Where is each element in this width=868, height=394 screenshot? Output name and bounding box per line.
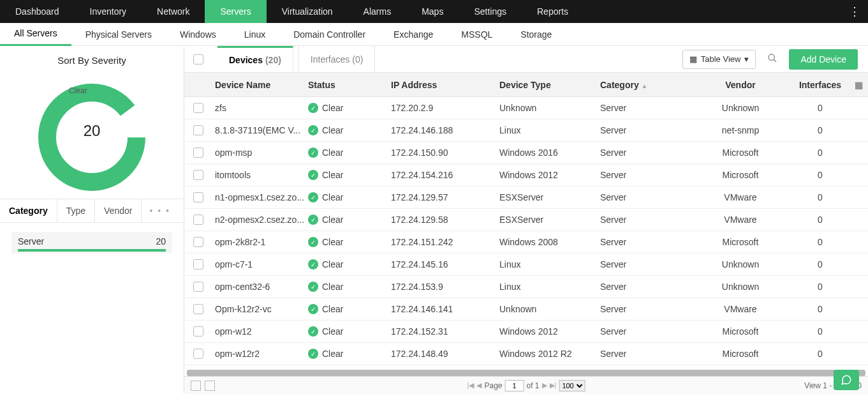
cell-category: Server [600, 259, 689, 269]
cell-category: Server [600, 192, 689, 202]
table-row[interactable]: Opm-k12r2-vc✓Clear172.24.146.141UnknownS… [184, 298, 868, 321]
filter-tab-category[interactable]: Category [0, 199, 57, 222]
cell-interfaces: 0 [791, 237, 849, 247]
row-checkbox[interactable] [193, 349, 203, 359]
status-ok-icon: ✓ [308, 349, 318, 359]
more-filters-icon[interactable]: • • • [142, 206, 177, 216]
cell-status: ✓Clear [308, 170, 391, 180]
th-type[interactable]: Device Type [499, 80, 600, 90]
cell-interfaces: 0 [791, 349, 849, 359]
th-category[interactable]: Category ▲ [600, 80, 689, 90]
first-page-icon[interactable]: |◀ [467, 381, 474, 390]
nav-dashboard[interactable]: Dashboard [0, 0, 75, 23]
subnav-domain-controller[interactable]: Domain Controller [279, 23, 379, 46]
filter-tab-type[interactable]: Type [57, 199, 95, 222]
row-checkbox[interactable] [193, 192, 203, 202]
table-row[interactable]: opm-w12✓Clear172.24.152.31Windows 2012Se… [184, 321, 868, 343]
table-row[interactable]: opm-c7-1✓Clear172.24.145.16LinuxServerUn… [184, 254, 868, 276]
search-icon[interactable] [761, 53, 784, 66]
subnav-exchange[interactable]: Exchange [379, 23, 447, 46]
row-checkbox[interactable] [193, 148, 203, 158]
cell-ip: 172.24.145.16 [391, 259, 499, 269]
subnav-mssql[interactable]: MSSQL [447, 23, 506, 46]
page-number-input[interactable] [505, 380, 524, 391]
table-row[interactable]: opm-2k8r2-1✓Clear172.24.151.242Windows 2… [184, 231, 868, 254]
cell-vendor: net-snmp [689, 125, 791, 135]
add-device-button[interactable]: Add Device [789, 49, 858, 70]
cell-ip: 172.20.2.9 [391, 103, 499, 113]
cell-status: ✓Clear [308, 215, 391, 225]
row-checkbox[interactable] [193, 237, 203, 247]
cell-vendor: Microsoft [689, 237, 791, 247]
filter-tab-vendor[interactable]: Vendor [95, 199, 142, 222]
th-vendor[interactable]: Vendor [689, 80, 791, 90]
nav-inventory[interactable]: Inventory [75, 0, 142, 23]
category-row[interactable]: Server20 [11, 232, 172, 254]
row-checkbox[interactable] [193, 103, 203, 113]
cell-category: Server [600, 304, 689, 314]
cell-type: Windows 2008 [499, 237, 600, 247]
nav-servers[interactable]: Servers [205, 0, 266, 23]
table-footer: |◀ ◀ Page of 1 ▶ ▶| 100 View 1 - 20 of 2… [184, 376, 868, 394]
prev-page-icon[interactable]: ◀ [476, 381, 482, 390]
of-label: of 1 [527, 381, 540, 390]
cell-interfaces: 0 [791, 304, 849, 314]
th-ip[interactable]: IP Address [391, 80, 499, 90]
category-label: Server [18, 236, 44, 246]
subnav-physical-servers[interactable]: Physical Servers [71, 23, 166, 46]
table-row[interactable]: n2-opmesx2.csez.zo...✓Clear172.24.129.58… [184, 209, 868, 231]
table-row[interactable]: opm-w12r2✓Clear172.24.148.49Windows 2012… [184, 343, 868, 365]
cell-type: ESXServer [499, 215, 600, 225]
nav-virtualization[interactable]: Virtualization [267, 0, 348, 23]
tab-interfaces[interactable]: Interfaces (0) [298, 46, 376, 73]
table-view-selector[interactable]: ▦ Table View ▾ [682, 50, 756, 69]
page-size-select[interactable]: 100 [559, 380, 585, 391]
row-checkbox[interactable] [193, 215, 203, 225]
tab-devices[interactable]: Devices (20) [217, 46, 293, 73]
row-checkbox[interactable] [193, 282, 203, 292]
chat-icon[interactable] [834, 370, 859, 390]
next-page-icon[interactable]: ▶ [542, 381, 547, 390]
nav-reports[interactable]: Reports [522, 0, 584, 23]
th-device-name[interactable]: Device Name [212, 80, 308, 90]
last-page-icon[interactable]: ▶| [550, 381, 557, 390]
table-row[interactable]: n1-opmesx1.csez.zo...✓Clear172.24.129.57… [184, 186, 868, 209]
table-row[interactable]: opm-msp✓Clear172.24.150.90Windows 2016Se… [184, 142, 868, 164]
kebab-menu-icon[interactable]: ⋮ [841, 0, 868, 23]
cell-type: Linux [499, 259, 600, 269]
export-icon[interactable] [191, 381, 201, 391]
subnav-linux[interactable]: Linux [230, 23, 279, 46]
columns-icon[interactable] [205, 381, 215, 391]
row-checkbox[interactable] [193, 170, 203, 180]
nav-alarms[interactable]: Alarms [348, 0, 407, 23]
row-checkbox[interactable] [193, 326, 203, 337]
table-row[interactable]: 8.1.8-37119(EMC V...✓Clear172.24.146.188… [184, 119, 868, 142]
table-row[interactable]: itomtools✓Clear172.24.154.216Windows 201… [184, 164, 868, 186]
nav-maps[interactable]: Maps [406, 0, 459, 23]
nav-network[interactable]: Network [142, 0, 205, 23]
cell-ip: 172.24.150.90 [391, 148, 499, 158]
th-status[interactable]: Status [308, 80, 391, 90]
severity-donut[interactable]: Clear 20 [15, 67, 168, 195]
select-all-checkbox[interactable] [193, 54, 203, 64]
category-list: Server20 [0, 223, 184, 262]
cell-type: Linux [499, 282, 600, 292]
cell-type: Windows 2012 [499, 170, 600, 180]
row-checkbox[interactable] [193, 259, 203, 269]
horizontal-scrollbar[interactable] [187, 370, 865, 376]
table-row[interactable]: opm-cent32-6✓Clear172.24.153.9LinuxServe… [184, 276, 868, 298]
subnav-all-servers[interactable]: All Servers [0, 23, 71, 46]
subnav-storage[interactable]: Storage [506, 23, 566, 46]
cell-device-name: opm-msp [212, 148, 308, 158]
row-checkbox[interactable] [193, 304, 203, 314]
tab-interfaces-count: (0) [352, 54, 363, 64]
table-row[interactable]: zfs✓Clear172.20.2.9UnknownServerUnknown0 [184, 97, 868, 119]
th-interfaces[interactable]: Interfaces [791, 80, 849, 90]
nav-settings[interactable]: Settings [459, 0, 522, 23]
devices-toolbar: Devices (20) Interfaces (0) ▦ Table View… [184, 46, 868, 73]
row-checkbox[interactable] [193, 125, 203, 135]
th-columns-icon[interactable]: ▦ [849, 80, 868, 90]
subnav-windows[interactable]: Windows [166, 23, 230, 46]
table-row[interactable]: opm-w2k16-02✓Clear172.24.148.176Windows … [184, 365, 868, 370]
cell-vendor: Microsoft [689, 148, 791, 158]
